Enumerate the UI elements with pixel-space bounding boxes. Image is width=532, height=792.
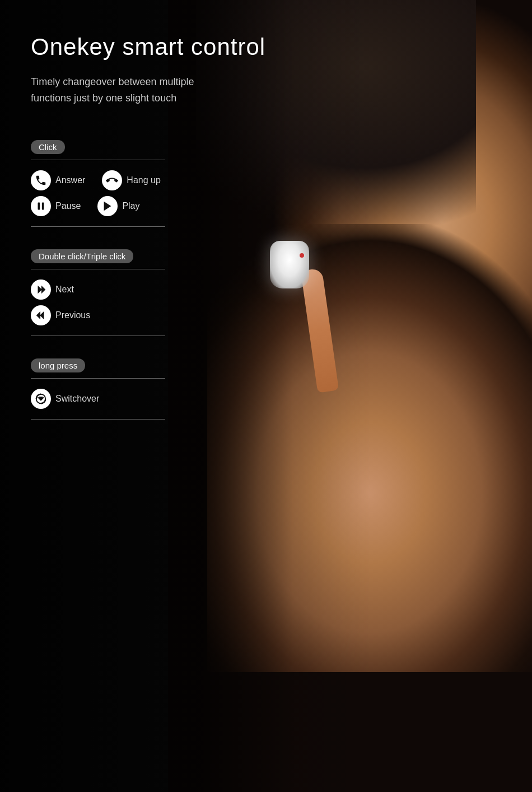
pause-label: Pause [55,201,81,211]
switchover-row: Switchover [31,389,204,409]
long-press-section: long press Switchover [31,358,204,420]
click-row-2: Pause Play [31,196,204,216]
next-item: Next [31,279,74,300]
next-icon [31,279,51,300]
previous-icon [31,305,51,325]
play-label: Play [122,201,139,211]
switchover-label: Switchover [55,394,99,404]
pause-icon [31,196,51,216]
hangup-item: Hang up [102,170,161,190]
long-press-divider-top [31,378,165,379]
double-triple-divider-top [31,269,165,269]
previous-item: Previous [31,305,90,325]
page-subtitle: Timely changeover between multiple funct… [31,74,221,106]
answer-icon [31,170,51,190]
next-label: Next [55,285,74,295]
answer-item: Answer [31,170,85,190]
page-title: Onekey smart control [31,34,532,60]
hangup-label: Hang up [127,175,161,185]
click-label: Click [31,140,65,154]
svg-marker-4 [41,285,45,293]
switchover-icon [31,389,51,409]
svg-marker-2 [104,201,111,211]
previous-row: Previous [31,305,204,325]
next-row: Next [31,279,204,300]
svg-marker-3 [38,285,42,293]
long-press-divider-bottom [31,419,165,420]
hangup-icon [102,170,122,190]
click-divider-bottom [31,226,165,227]
switchover-item: Switchover [31,389,99,409]
svg-rect-1 [42,202,44,209]
svg-marker-6 [36,311,40,319]
long-press-label: long press [31,358,85,372]
click-section: Click Answer Hang up [31,140,204,227]
play-item: Play [97,196,139,216]
click-row-1: Answer Hang up [31,170,204,190]
double-triple-section: Double click/Triple click Next [31,249,204,336]
answer-label: Answer [55,175,85,185]
double-triple-divider-bottom [31,336,165,336]
double-triple-label: Double click/Triple click [31,249,133,263]
previous-label: Previous [55,310,90,320]
pause-item: Pause [31,196,81,216]
click-divider-top [31,160,165,160]
svg-marker-5 [40,311,44,319]
svg-rect-0 [38,202,40,209]
play-icon [97,196,118,216]
